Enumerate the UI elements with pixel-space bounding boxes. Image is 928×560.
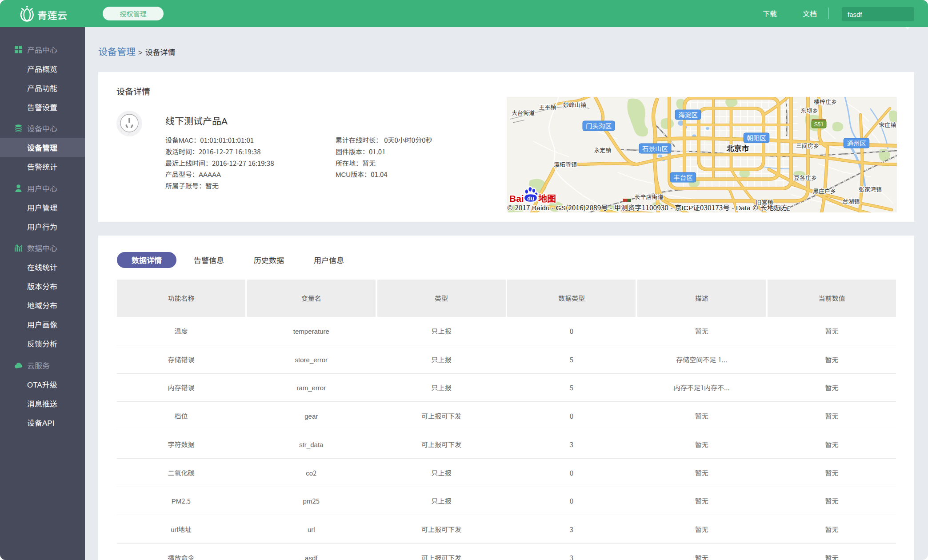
svg-text:© 2017 Baidu - GS(2016)2089号 -: © 2017 Baidu - GS(2016)2089号 - 甲测资字11009… bbox=[507, 202, 788, 212]
svg-text:北京市: 北京市 bbox=[727, 142, 749, 153]
svg-text:石景山区: 石景山区 bbox=[642, 144, 668, 153]
svg-text:丰台区: 丰台区 bbox=[673, 172, 693, 182]
svg-text:海淀区: 海淀区 bbox=[678, 110, 698, 119]
svg-text:du: du bbox=[527, 195, 534, 202]
svg-text:大台街道: 大台街道 bbox=[512, 108, 535, 117]
svg-text:长辛店街道: 长辛店街道 bbox=[634, 192, 663, 201]
svg-text:潭柘寺镇: 潭柘寺镇 bbox=[554, 160, 577, 168]
svg-text:S51: S51 bbox=[814, 120, 824, 128]
svg-text:台湖镇: 台湖镇 bbox=[842, 197, 860, 205]
svg-text:东坝乡: 东坝乡 bbox=[800, 106, 818, 115]
svg-text:三间房乡: 三间房乡 bbox=[796, 141, 819, 150]
svg-text:豆各庄乡: 豆各庄乡 bbox=[794, 173, 817, 182]
svg-text:张家湾镇: 张家湾镇 bbox=[859, 185, 882, 193]
svg-text:通州区: 通州区 bbox=[847, 138, 866, 148]
svg-text:朝阳区: 朝阳区 bbox=[747, 133, 766, 142]
svg-text:妙峰山镇: 妙峰山镇 bbox=[563, 100, 586, 109]
svg-text:宋庄镇: 宋庄镇 bbox=[879, 120, 896, 129]
svg-text:楼梓庄乡: 楼梓庄乡 bbox=[814, 97, 837, 106]
svg-text:王平镇: 王平镇 bbox=[539, 103, 556, 111]
svg-text:永定镇: 永定镇 bbox=[594, 146, 611, 154]
svg-text:黑庄户乡: 黑庄户乡 bbox=[813, 187, 836, 195]
svg-text:门头沟区: 门头沟区 bbox=[586, 121, 612, 130]
